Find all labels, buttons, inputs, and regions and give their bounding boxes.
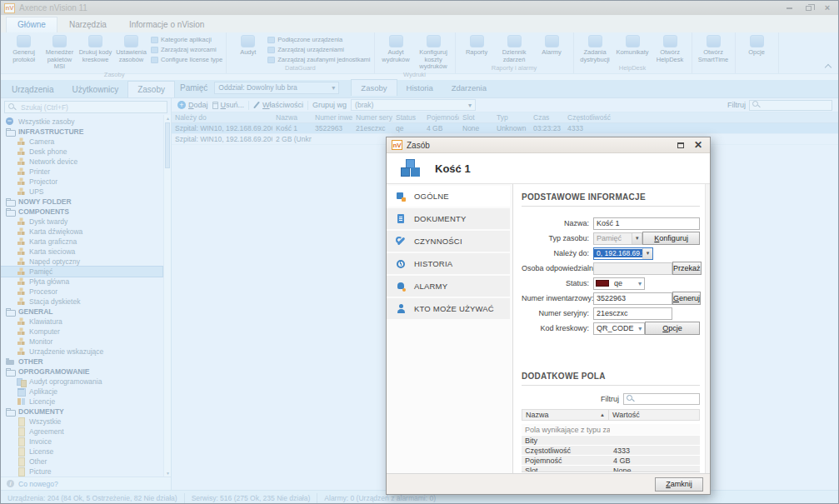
dialog-scrollbar[interactable] (705, 184, 710, 473)
dialog-tab-icon (396, 192, 406, 202)
owner-label: Osoba odpowiedzialna: (522, 264, 593, 272)
extra-table-row[interactable]: Slot None (522, 466, 700, 472)
owner-field (593, 262, 672, 275)
belongs-to-dropdown[interactable]: 0, 192.168.69.206 ▾ (593, 247, 653, 260)
extra-field-value: None (610, 467, 700, 473)
inventory-number-field[interactable] (593, 292, 672, 305)
extra-filter-box[interactable] (623, 393, 700, 405)
chevron-down-icon: ▾ (638, 325, 642, 332)
barcode-label: Kod kreskowy: (522, 324, 593, 332)
dialog-tab-list: OGÓLNE DOKUMENTY CZYNNOŚCI HISTORIA ALAR… (387, 184, 513, 473)
extra-field-name: Slot (522, 467, 610, 473)
extra-table-header: Nazwa ▲ Wartość (522, 409, 700, 421)
app-logo-icon: nV (392, 140, 402, 150)
dialog-maximize-button[interactable] (674, 140, 687, 151)
chevron-down-icon: ▾ (638, 280, 642, 287)
belongs-to-value: 0, 192.168.69.206 (594, 249, 642, 257)
chevron-down-icon: ▾ (642, 248, 652, 259)
dialog-title-bar: nV Zasób ✕ (387, 137, 710, 153)
generate-button[interactable]: Generuj (672, 292, 701, 305)
extra-field-name: Bity (522, 437, 610, 445)
extra-col-name-label: Nazwa (526, 411, 549, 419)
dialog-footer: Zamknij (387, 473, 710, 494)
dialog-tab-label: DOKUMENTY (414, 214, 467, 223)
close-icon: ✕ (694, 140, 702, 150)
extra-filter-input[interactable] (637, 394, 697, 404)
section-basic-heading: PODSTAWOWE INFORMACJE (522, 192, 700, 207)
extra-filter-row: Filtruj (522, 393, 700, 405)
extra-table-row[interactable]: Pojemność 4 GB (522, 456, 700, 465)
dialog-tab-icon (396, 237, 406, 247)
inventory-number-label: Numer inwentarzowy: (522, 294, 593, 302)
dialog-close-button[interactable]: ✕ (692, 140, 705, 151)
extra-table-row[interactable]: Pola wynikające z typu zasobu (522, 424, 700, 435)
resource-dialog: nV Zasób ✕ Kość 1 OGÓLNE DOKUMENTY CZYNN… (386, 137, 711, 495)
dialog-tab[interactable]: CZYNNOŚCI (387, 231, 510, 252)
extra-table-row[interactable]: Częstotliwość 4333 (522, 446, 700, 455)
memory-cubes-icon (400, 159, 422, 177)
type-dropdown: Pamięć ▾ (593, 232, 642, 245)
dialog-tab[interactable]: HISTORIA (387, 253, 510, 274)
dialog-tab-label: ALARMY (414, 282, 447, 291)
extra-table-row[interactable]: Bity (522, 436, 700, 445)
serial-number-label: Numer seryjny: (522, 309, 593, 317)
transfer-button[interactable]: Przekaż (672, 262, 702, 275)
dialog-close-action-button[interactable]: Zamknij (655, 477, 703, 492)
dialog-tab-label: OGÓLNE (414, 192, 449, 201)
status-label: Status: (522, 279, 593, 287)
dialog-tab-icon (396, 259, 406, 269)
extra-field-value: 4 GB (610, 457, 700, 465)
dialog-tab[interactable]: OGÓLNE (387, 186, 510, 207)
configure-button[interactable]: Konfiguruj (642, 232, 700, 245)
dialog-title: Zasób (407, 141, 670, 150)
dialog-tab-icon (396, 282, 406, 292)
belongs-to-label: Należy do: (522, 249, 593, 257)
extra-field-name: Pojemność (522, 457, 610, 465)
resource-name-title: Kość 1 (435, 162, 471, 175)
extra-col-name[interactable]: Nazwa ▲ (522, 410, 609, 420)
dialog-tab-label: KTO MOŻE UŻYWAĆ (414, 304, 494, 313)
dialog-tab[interactable]: KTO MOŻE UŻYWAĆ (387, 298, 510, 319)
extra-col-value[interactable]: Wartość (609, 411, 699, 419)
name-label: Nazwa: (522, 219, 593, 227)
type-label: Typ zasobu: (522, 234, 593, 242)
type-value: Pamięć (594, 234, 632, 242)
search-icon (627, 395, 634, 403)
application-window: nV Axence nVision 11 × GłówneNarzędziaIn… (0, 0, 839, 504)
dialog-tab-label: HISTORIA (414, 259, 452, 268)
dialog-content: PODSTAWOWE INFORMACJE Nazwa: Typ zasobu:… (513, 184, 710, 473)
name-field[interactable] (593, 217, 700, 230)
maximize-icon (677, 142, 684, 148)
options-button[interactable]: Opcje (645, 322, 700, 335)
chevron-down-icon: ▾ (632, 233, 642, 244)
sort-ascending-icon: ▲ (600, 412, 605, 417)
dialog-tab[interactable]: DOKUMENTY (387, 208, 510, 229)
status-color-swatch (596, 280, 609, 287)
dialog-tab[interactable]: ALARMY (387, 276, 510, 297)
status-dropdown[interactable]: qe ▾ (593, 277, 645, 290)
serial-number-field[interactable] (593, 307, 672, 320)
section-extra-heading: DODATKOWE POLA (522, 372, 700, 386)
dialog-header: Kość 1 (387, 153, 710, 184)
status-value: qe (612, 279, 638, 287)
dialog-tab-icon (396, 304, 406, 314)
extra-fields-table: Nazwa ▲ Wartość Pola wynikające z typu z… (522, 409, 700, 472)
extra-field-name: Pola wynikające z typu zasobu (522, 426, 610, 434)
extra-field-name: Częstotliwość (522, 447, 610, 455)
barcode-dropdown[interactable]: QR_CODE ▾ (593, 322, 645, 335)
dialog-tab-label: CZYNNOŚCI (414, 237, 462, 246)
extra-field-value: 4333 (610, 447, 700, 455)
extra-filter-label: Filtruj (601, 395, 619, 403)
barcode-value: QR_CODE (594, 324, 638, 332)
dialog-tab-icon (396, 214, 406, 224)
